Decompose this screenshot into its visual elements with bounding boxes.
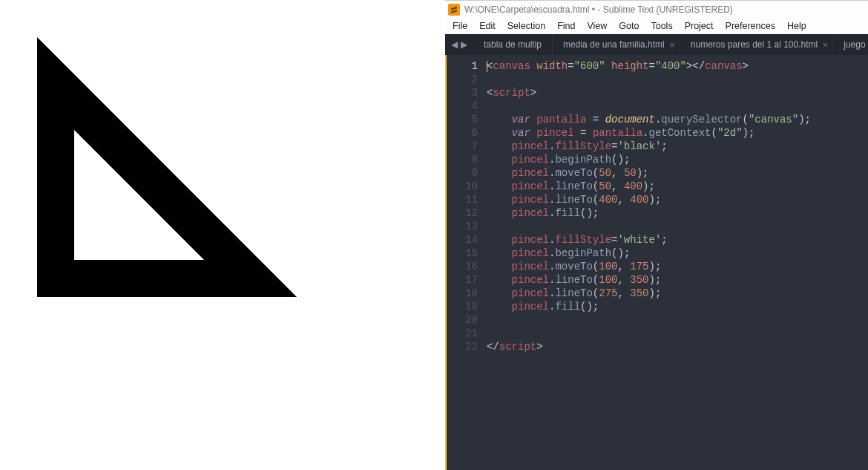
sublime-window: W:\ONE\Carpeta\escuadra.html • - Sublime…: [445, 0, 868, 470]
menu-bar: File Edit Selection Find View Goto Tools…: [445, 18, 868, 34]
line-number: 21: [454, 327, 478, 340]
menu-preferences[interactable]: Preferences: [720, 19, 781, 33]
line-number: 19: [454, 300, 478, 313]
code-line: </script>: [487, 340, 868, 353]
line-number: 1: [454, 59, 478, 73]
line-number: 8: [454, 153, 478, 166]
code-line: pincel.fillStyle='black';: [487, 140, 868, 153]
tab-label: tabla de multip: [484, 39, 542, 50]
menu-selection[interactable]: Selection: [502, 19, 551, 33]
line-number: 15: [454, 247, 478, 260]
line-number: 18: [454, 287, 478, 300]
window-title: W:\ONE\Carpeta\escuadra.html • - Sublime…: [464, 4, 733, 15]
tab-label: numeros pares del 1 al 100.html: [691, 39, 818, 50]
line-number: 16: [454, 260, 478, 273]
code-line: pincel.fill();: [487, 206, 868, 220]
code-line: pincel.lineTo(400, 400);: [487, 193, 868, 206]
menu-tools[interactable]: Tools: [645, 19, 678, 33]
tab-juego[interactable]: juego: [833, 34, 868, 55]
line-number: 11: [454, 193, 478, 206]
code-line: [487, 220, 868, 233]
line-number: 13: [454, 220, 478, 233]
tab-scroll-right-icon[interactable]: ▶: [461, 39, 467, 50]
code-line: pincel.lineTo(50, 400);: [487, 180, 868, 193]
code-line: [487, 313, 868, 327]
line-number: 3: [454, 86, 478, 99]
code-line: [487, 99, 868, 113]
line-number: 20: [454, 313, 478, 327]
app-root: W:\ONE\Carpeta\escuadra.html • - Sublime…: [0, 0, 868, 470]
line-number: 2: [454, 73, 478, 86]
code-line: [487, 327, 868, 340]
code-line: pincel.fill();: [487, 300, 868, 313]
line-number: 4: [454, 99, 478, 113]
code-line: var pincel = pantalla.getContext("2d");: [487, 126, 868, 140]
close-icon[interactable]: ×: [823, 40, 829, 50]
code-line: <canvas width="600" height="400"></canva…: [487, 59, 868, 73]
close-icon[interactable]: ×: [669, 40, 675, 50]
menu-edit[interactable]: Edit: [473, 19, 502, 33]
code-area[interactable]: <canvas width="600" height="400"></canva…: [484, 55, 868, 470]
code-line: [487, 73, 868, 86]
tab-numeros-pares[interactable]: numeros pares del 1 al 100.html×: [680, 34, 833, 55]
line-number: 10: [454, 180, 478, 193]
browser-preview-pane: [0, 0, 445, 470]
tab-scroll-arrows[interactable]: ◀ ▶: [445, 34, 473, 55]
menu-find[interactable]: Find: [551, 19, 581, 33]
line-number: 12: [454, 206, 478, 220]
menu-help[interactable]: Help: [781, 19, 812, 33]
code-line: pincel.lineTo(100, 350);: [487, 273, 868, 287]
line-number: 14: [454, 233, 478, 247]
line-number: 7: [454, 140, 478, 153]
line-number: 9: [454, 166, 478, 180]
line-number: 17: [454, 273, 478, 287]
menu-goto[interactable]: Goto: [613, 19, 645, 33]
title-bar[interactable]: W:\ONE\Carpeta\escuadra.html • - Sublime…: [445, 0, 868, 18]
preview-canvas: [0, 0, 445, 297]
menu-project[interactable]: Project: [679, 19, 720, 33]
code-line: var pantalla = document.querySelector("c…: [487, 113, 868, 126]
sublime-logo-icon: [448, 4, 460, 16]
line-number: 6: [454, 126, 478, 140]
code-line: pincel.moveTo(100, 175);: [487, 260, 868, 273]
code-line: pincel.beginPath();: [487, 153, 868, 166]
tab-scroll-left-icon[interactable]: ◀: [451, 39, 458, 50]
tab-media-de-una-familia[interactable]: media de una familia.html×: [553, 34, 680, 55]
tab-bar: ◀ ▶ tabla de multip media de una familia…: [445, 34, 868, 55]
code-line: pincel.beginPath();: [487, 247, 868, 260]
menu-file[interactable]: File: [447, 19, 473, 33]
code-line: pincel.lineTo(275, 350);: [487, 287, 868, 300]
line-number: 5: [454, 113, 478, 126]
code-line: pincel.moveTo(50, 50);: [487, 166, 868, 180]
menu-view[interactable]: View: [581, 19, 613, 33]
code-editor[interactable]: 12345678910111213141516171819202122 <can…: [445, 55, 868, 470]
code-line: pincel.fillStyle='white';: [487, 233, 868, 247]
line-number: 22: [454, 340, 478, 353]
diff-gutter: [445, 55, 454, 470]
tab-label: juego: [844, 39, 865, 50]
code-line: <script>: [487, 86, 868, 99]
line-gutter: 12345678910111213141516171819202122: [454, 55, 484, 470]
tab-label: media de una familia.html: [563, 39, 665, 50]
tab-tabla-de-multip[interactable]: tabla de multip: [473, 34, 553, 55]
